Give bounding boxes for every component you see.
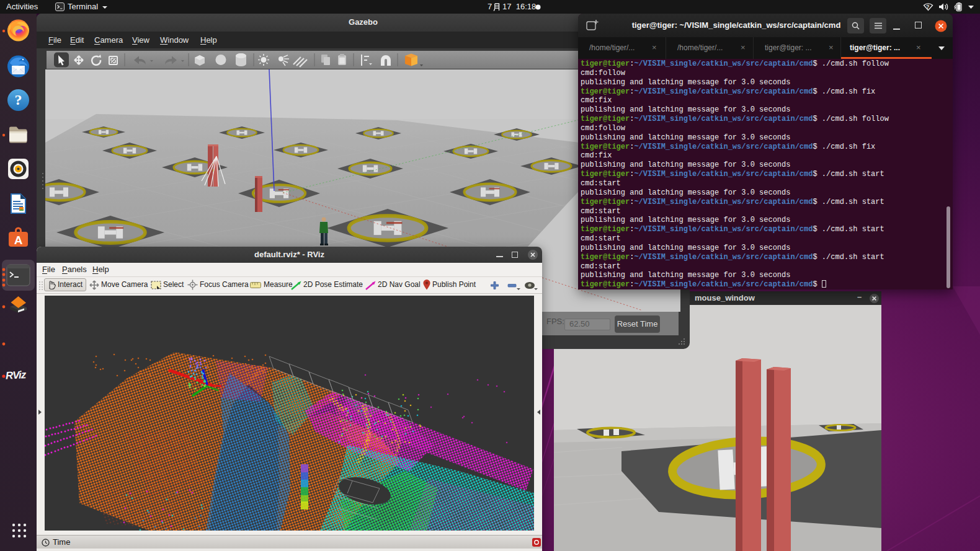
svg-text:?: ? bbox=[15, 92, 22, 108]
svg-text:A: A bbox=[14, 234, 23, 247]
svg-text:?: ? bbox=[926, 4, 930, 10]
